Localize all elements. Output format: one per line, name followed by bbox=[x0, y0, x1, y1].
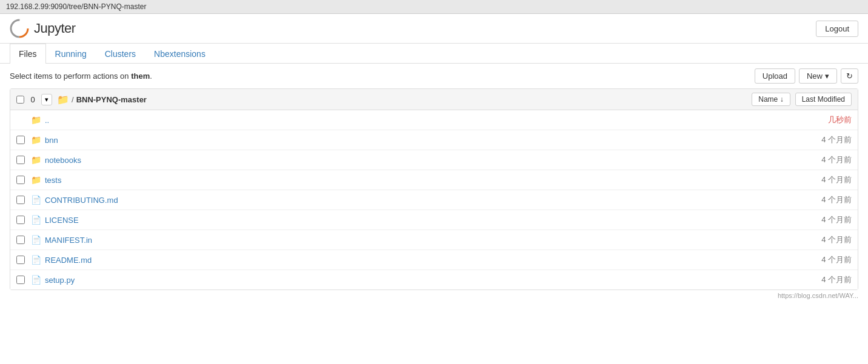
list-item: 📄 CONTRIBUTING.md 4 个月前 bbox=[10, 190, 858, 210]
logout-button[interactable]: Logout bbox=[816, 21, 858, 37]
file-link[interactable]: .. bbox=[45, 116, 791, 125]
file-date: 4 个月前 bbox=[791, 274, 852, 285]
file-date: 4 个月前 bbox=[791, 214, 852, 225]
folder-icon: 📁 bbox=[31, 135, 41, 145]
file-link[interactable]: MANIFEST.in bbox=[45, 236, 791, 245]
main-tabs: Files Running Clusters Nbextensions bbox=[0, 44, 868, 64]
list-item: 📄 setup.py 4 个月前 bbox=[10, 270, 858, 290]
toolbar: Select items to perform actions on them.… bbox=[0, 64, 868, 88]
list-item: 📁 notebooks 4 个月前 bbox=[10, 150, 858, 170]
file-date: 4 个月前 bbox=[791, 254, 852, 265]
refresh-button[interactable]: ↻ bbox=[841, 68, 858, 84]
select-dropdown-button[interactable]: ▾ bbox=[41, 94, 52, 105]
app-header: Jupyter Logout bbox=[0, 14, 868, 44]
new-button[interactable]: New ▾ bbox=[799, 68, 837, 84]
list-item: 📁 bnn 4 个月前 bbox=[10, 130, 858, 150]
tab-running[interactable]: Running bbox=[46, 44, 96, 64]
status-bar: https://blog.csdn.net/WAY... bbox=[0, 290, 868, 301]
file-link[interactable]: tests bbox=[45, 176, 791, 185]
tab-files[interactable]: Files bbox=[10, 44, 46, 64]
list-item: 📄 README.md 4 个月前 bbox=[10, 250, 858, 270]
select-hint: Select items to perform actions on them. bbox=[10, 71, 152, 81]
item-checkbox[interactable] bbox=[16, 236, 25, 244]
item-checkbox[interactable] bbox=[16, 196, 25, 204]
item-checkbox[interactable] bbox=[16, 256, 25, 264]
file-doc-icon: 📄 bbox=[31, 275, 41, 285]
breadcrumb: 📁 / BNN-PYNQ-master bbox=[57, 94, 147, 105]
jupyter-logo-icon bbox=[10, 19, 29, 38]
browser-url-bar: 192.168.2.99:9090/tree/BNN-PYNQ-master bbox=[0, 0, 868, 14]
file-list-header: 0 ▾ 📁 / BNN-PYNQ-master Name ↓ Last Modi… bbox=[10, 89, 858, 110]
folder-icon: 📁 bbox=[31, 155, 41, 165]
file-link[interactable]: LICENSE bbox=[45, 216, 791, 225]
tab-clusters[interactable]: Clusters bbox=[96, 44, 145, 64]
toolbar-right: Upload New ▾ ↻ bbox=[755, 68, 858, 84]
file-date: 4 个月前 bbox=[791, 154, 852, 165]
list-item: 📄 MANIFEST.in 4 个月前 bbox=[10, 230, 858, 250]
item-checkbox[interactable] bbox=[16, 136, 25, 144]
breadcrumb-current: BNN-PYNQ-master bbox=[76, 95, 147, 104]
item-checkbox[interactable] bbox=[16, 216, 25, 224]
file-link[interactable]: setup.py bbox=[45, 276, 791, 285]
file-link[interactable]: README.md bbox=[45, 256, 791, 265]
tab-nbextensions[interactable]: Nbextensions bbox=[145, 44, 215, 64]
item-count: 0 bbox=[27, 95, 39, 104]
upload-button[interactable]: Upload bbox=[755, 68, 795, 84]
item-checkbox[interactable] bbox=[16, 276, 25, 284]
header-right: Name ↓ Last Modified bbox=[752, 93, 852, 106]
list-item: 📁 .. 几秒前 bbox=[10, 110, 858, 130]
breadcrumb-folder-icon: 📁 bbox=[57, 94, 69, 105]
file-date: 4 个月前 bbox=[791, 234, 852, 245]
breadcrumb-sep: / bbox=[72, 95, 74, 104]
file-date: 4 个月前 bbox=[791, 134, 852, 145]
select-all-area: 0 ▾ bbox=[16, 94, 52, 105]
header-left: 0 ▾ 📁 / BNN-PYNQ-master bbox=[16, 94, 147, 105]
sort-last-modified-button[interactable]: Last Modified bbox=[795, 93, 852, 106]
folder-icon: 📁 bbox=[31, 175, 41, 185]
logo-area: Jupyter bbox=[10, 19, 76, 38]
file-doc-icon: 📄 bbox=[31, 195, 41, 205]
file-date: 4 个月前 bbox=[791, 194, 852, 205]
file-link[interactable]: bnn bbox=[45, 136, 791, 145]
file-date: 几秒前 bbox=[791, 114, 852, 125]
folder-icon: 📁 bbox=[31, 115, 41, 125]
app-name: Jupyter bbox=[34, 21, 76, 36]
sort-name-button[interactable]: Name ↓ bbox=[752, 93, 790, 106]
item-checkbox[interactable] bbox=[16, 176, 25, 184]
file-doc-icon: 📄 bbox=[31, 215, 41, 225]
list-item: 📄 LICENSE 4 个月前 bbox=[10, 210, 858, 230]
file-list-container: 0 ▾ 📁 / BNN-PYNQ-master Name ↓ Last Modi… bbox=[10, 88, 858, 290]
file-doc-icon: 📄 bbox=[31, 235, 41, 245]
file-doc-icon: 📄 bbox=[31, 255, 41, 265]
file-link[interactable]: notebooks bbox=[45, 156, 791, 165]
select-all-checkbox[interactable] bbox=[16, 96, 24, 104]
list-item: 📁 tests 4 个月前 bbox=[10, 170, 858, 190]
file-date: 4 个月前 bbox=[791, 174, 852, 185]
item-checkbox[interactable] bbox=[16, 156, 25, 164]
file-link[interactable]: CONTRIBUTING.md bbox=[45, 196, 791, 205]
